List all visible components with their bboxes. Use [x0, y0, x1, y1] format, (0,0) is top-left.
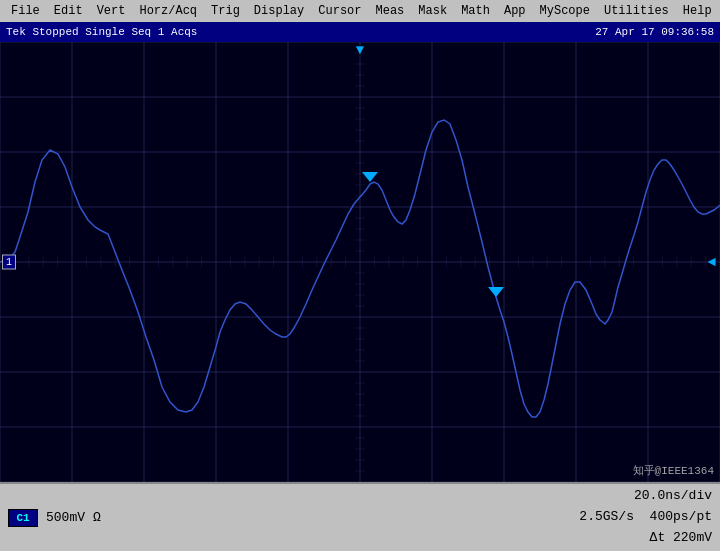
menu-file[interactable]: File	[4, 2, 47, 20]
voltage-label: 500mV	[46, 510, 85, 525]
menu-trig[interactable]: Trig	[204, 2, 247, 20]
scale-display: Δt 220mV	[579, 528, 712, 549]
coupling-label: Ω	[93, 510, 101, 525]
menu-utilities[interactable]: Utilities	[597, 2, 676, 20]
menu-bar: File Edit Vert Horz/Acq Trig Display Cur…	[0, 0, 720, 22]
trigger-top-marker: ▼	[356, 42, 364, 58]
trigger-side-marker: ◄	[708, 254, 716, 270]
scope-screen: ▼ 1 ◄ 知乎@IEEE1364	[0, 42, 720, 482]
timebase-display: 20.0ns/div	[579, 486, 712, 507]
menu-display[interactable]: Display	[247, 2, 311, 20]
status-left-text: Tek Stopped Single Seq 1 Acqs	[6, 26, 197, 38]
menu-app[interactable]: App	[497, 2, 533, 20]
svg-marker-1	[488, 287, 504, 297]
svg-marker-0	[362, 172, 378, 182]
channel-label-box: C1	[8, 509, 38, 527]
status-bar: Tek Stopped Single Seq 1 Acqs 27 Apr 17 …	[0, 22, 720, 42]
menu-cursor[interactable]: Cursor	[311, 2, 368, 20]
menu-help[interactable]: Help	[676, 2, 719, 20]
watermark: 知乎@IEEE1364	[633, 463, 714, 478]
menu-edit[interactable]: Edit	[47, 2, 90, 20]
menu-math[interactable]: Math	[454, 2, 497, 20]
menu-mask[interactable]: Mask	[411, 2, 454, 20]
ch1-level-marker: 1	[2, 255, 16, 270]
menu-myscope[interactable]: MyScope	[533, 2, 597, 20]
bottom-bar: C1 500mV Ω 20.0ns/div 2.5GS/s 400ps/pt Δ…	[0, 482, 720, 551]
status-right-text: 27 Apr 17 09:36:58	[595, 26, 714, 38]
menu-vert[interactable]: Vert	[90, 2, 133, 20]
menu-horz-acq[interactable]: Horz/Acq	[132, 2, 204, 20]
menu-meas[interactable]: Meas	[369, 2, 412, 20]
scope-settings: 20.0ns/div 2.5GS/s 400ps/pt Δt 220mV	[579, 486, 712, 548]
sample-rate-display: 2.5GS/s 400ps/pt	[579, 507, 712, 528]
waveform-svg	[0, 42, 720, 482]
channel-info: C1 500mV Ω	[8, 509, 101, 527]
